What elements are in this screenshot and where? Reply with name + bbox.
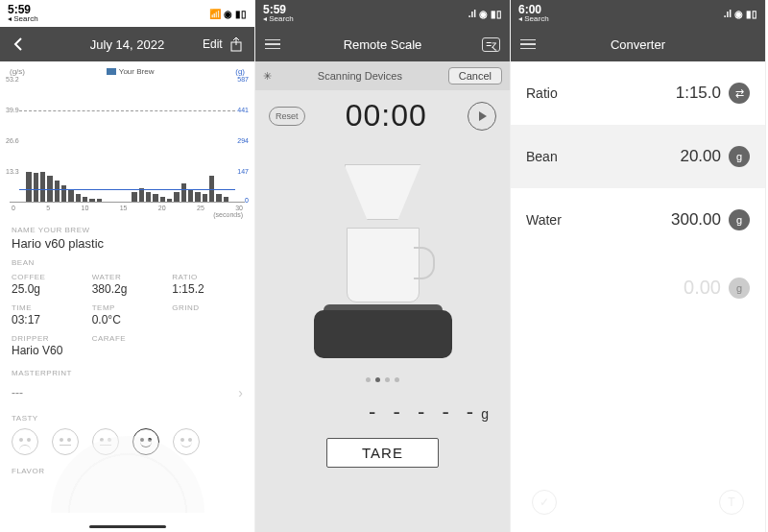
chevron-right-icon: ›	[238, 385, 243, 400]
scale-illustration	[297, 151, 469, 372]
y-left-unit: (g/s)	[10, 67, 25, 76]
wifi-icon: ◉	[224, 9, 232, 19]
reset-button[interactable]: Reset	[269, 107, 305, 126]
bars	[19, 78, 235, 202]
remote-scale-screen: 5:59 ◂ Search .ıl◉▮▯ Remote Scale =ɀ ✳︎ …	[255, 0, 511, 532]
brew-name[interactable]: Hario v60 plastic	[0, 236, 254, 251]
unit-g-faded-icon: g	[729, 278, 750, 299]
ratio-row[interactable]: Ratio 1:15.0⇄	[511, 61, 765, 125]
bean-label: BEAN	[0, 251, 254, 269]
stat-temp: 0.0°C	[92, 313, 163, 326]
spinner-icon: ✳︎	[263, 70, 272, 83]
cup-icon	[347, 228, 420, 302]
status-icons: 📶 ◉ ▮▯	[209, 9, 247, 19]
face-5[interactable]	[173, 428, 200, 455]
status-back-search[interactable]: ◂ Search	[8, 15, 38, 23]
cumulative-line	[19, 189, 235, 190]
extra-row: 0.00g	[511, 252, 765, 324]
battery-icon: ▮▯	[746, 9, 757, 19]
flow-chart: (g/s) Your Brew (g) 53.2 39.9 26.6 13.3 …	[0, 61, 254, 218]
ratio-value: 1:15.0	[676, 84, 721, 103]
share-icon[interactable]	[228, 36, 245, 53]
converter-screen: 6:00 ◂ Search .ıl◉▮▯ Converter Ratio 1:1…	[511, 0, 766, 532]
stat-ratio: 1:15.2	[172, 282, 243, 296]
x-unit: (seconds)	[10, 211, 245, 218]
menu-icon[interactable]	[520, 39, 536, 50]
face-2[interactable]	[52, 428, 79, 455]
check-icon[interactable]: ✓	[532, 490, 557, 515]
edit-button[interactable]: Edit	[203, 37, 223, 51]
timer-icon[interactable]: T	[719, 490, 744, 515]
brew-detail-screen: 5:59 ◂ Search 📶 ◉ ▮▯ July 14, 2022 Edit …	[0, 0, 255, 532]
play-icon	[479, 111, 487, 121]
water-value: 300.00	[671, 210, 721, 230]
status-bar: 5:59 ◂ Search .ıl◉▮▯	[255, 0, 510, 27]
nav-bar: July 14, 2022 Edit	[0, 27, 254, 61]
status-bar: 6:00 ◂ Search .ıl◉▮▯	[511, 0, 765, 27]
scale-icon[interactable]: =ɀ	[482, 37, 500, 52]
scanning-bar: ✳︎ Scanning Devices Cancel	[255, 61, 510, 90]
signal-icon: 📶	[209, 9, 221, 19]
unit-g-icon[interactable]: g	[729, 209, 750, 230]
signal-icon: .ıl	[468, 9, 476, 19]
nav-bar: Remote Scale =ɀ	[255, 27, 510, 61]
stat-water: 380.2g	[92, 282, 163, 296]
menu-icon[interactable]	[265, 39, 280, 50]
dripper-icon	[345, 164, 421, 220]
nav-bar: Converter	[511, 27, 765, 61]
stat-time: 03:17	[12, 313, 83, 326]
masterprint-row[interactable]: ---›	[0, 379, 254, 406]
bean-row[interactable]: Bean 20.00g	[511, 125, 765, 188]
tare-button[interactable]: TARE	[326, 438, 439, 468]
stat-coffee: 25.0g	[12, 282, 83, 296]
water-row[interactable]: Water 300.00g	[511, 188, 765, 252]
stat-dripper: Hario V60	[12, 344, 83, 357]
chart-legend: Your Brew	[107, 67, 155, 76]
page-dots[interactable]	[366, 377, 399, 382]
unit-g-icon[interactable]: g	[729, 146, 750, 167]
signal-icon: .ıl	[724, 9, 732, 19]
home-indicator[interactable]	[89, 525, 166, 528]
cancel-button[interactable]: Cancel	[448, 67, 502, 85]
wifi-icon: ◉	[734, 9, 743, 19]
battery-icon: ▮▯	[235, 9, 247, 19]
timer-display: 00:00	[346, 98, 427, 133]
wifi-icon: ◉	[479, 9, 488, 19]
swap-icon[interactable]: ⇄	[729, 83, 750, 104]
face-1[interactable]	[12, 428, 38, 455]
x-axis: 051015202530	[10, 203, 245, 211]
bean-value: 20.00	[680, 147, 721, 166]
nav-title: July 14, 2022	[52, 37, 203, 52]
play-button[interactable]	[468, 102, 496, 131]
scale-base-icon	[314, 310, 452, 358]
back-icon[interactable]	[10, 36, 27, 53]
y-right-unit: (g)	[235, 67, 245, 76]
status-bar: 5:59 ◂ Search 📶 ◉ ▮▯	[0, 0, 254, 27]
name-label: NAME YOUR BREW	[0, 218, 254, 236]
weight-display: - - - - -g	[369, 399, 510, 424]
battery-icon: ▮▯	[491, 9, 502, 19]
scanning-text: Scanning Devices	[318, 70, 402, 82]
